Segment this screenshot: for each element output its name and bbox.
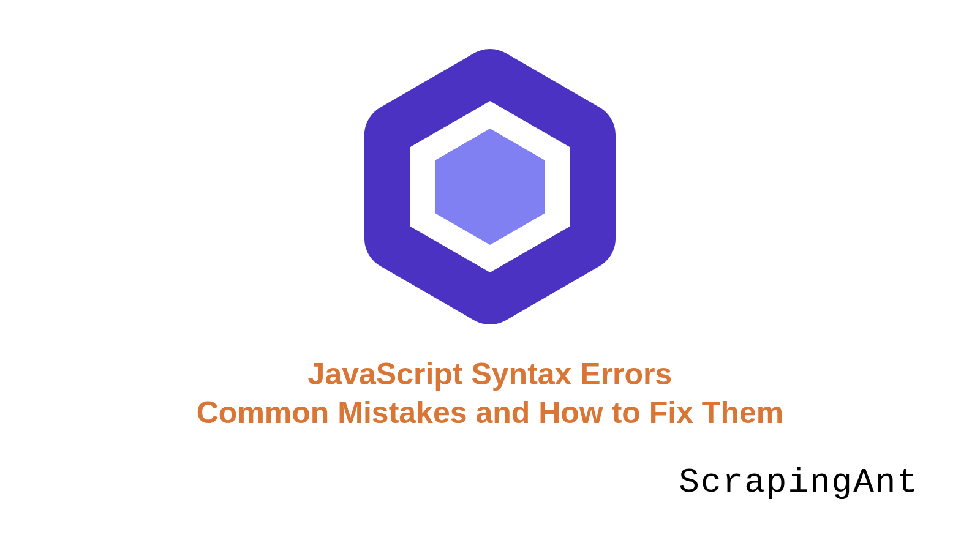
title-line-2: Common Mistakes and How to Fix Them — [197, 394, 783, 432]
brand-wordmark: ScrapingAnt — [679, 463, 919, 502]
page-title: JavaScript Syntax Errors Common Mistakes… — [197, 355, 783, 432]
hexagon-logo-icon — [361, 43, 619, 331]
title-line-1: JavaScript Syntax Errors — [197, 355, 783, 394]
eslint-logo — [361, 43, 619, 331]
